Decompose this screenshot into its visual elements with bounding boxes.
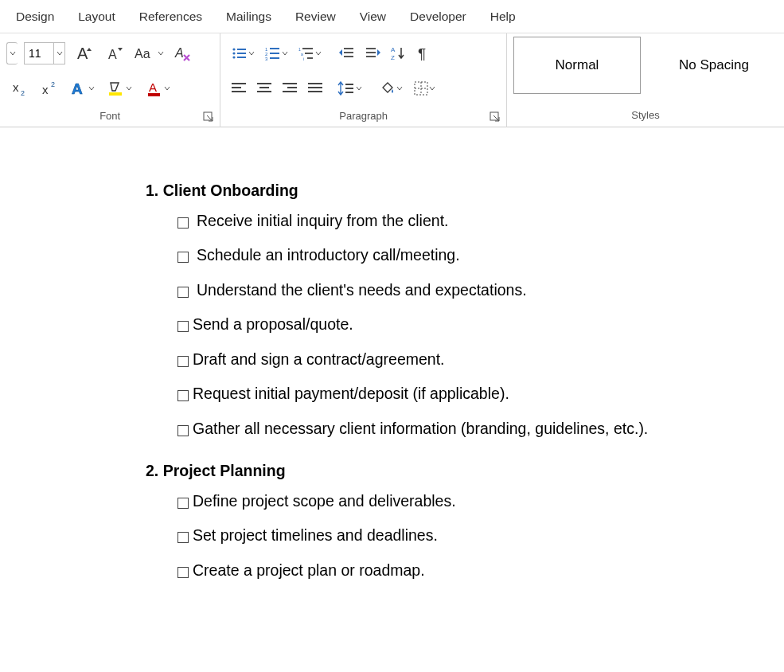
svg-rect-34 [344,56,353,57]
tab-layout[interactable]: Layout [67,0,128,33]
svg-rect-31 [307,57,313,59]
show-paragraph-marks-button[interactable]: ¶ [412,41,435,65]
tab-help[interactable]: Help [479,0,529,33]
checkbox-icon[interactable] [177,252,189,263]
svg-text:A: A [77,45,88,62]
checkbox-icon[interactable] [177,390,189,401]
svg-rect-42 [232,87,241,88]
tab-mailings[interactable]: Mailings [215,0,284,33]
svg-rect-15 [237,49,246,50]
svg-text:A: A [391,46,396,53]
chevron-down-icon [248,50,255,57]
align-right-button[interactable] [278,76,302,100]
svg-text:A: A [149,80,157,94]
dialog-launcher-icon [203,111,214,123]
styles-group-label: Styles [631,109,659,121]
checkbox-icon[interactable] [177,567,189,578]
tab-developer[interactable]: Developer [399,0,479,33]
line-spacing-button[interactable] [333,76,365,100]
ribbon: 11 A A [0,33,784,127]
svg-rect-44 [257,83,271,84]
svg-rect-10 [109,92,122,96]
line-spacing-icon [337,81,355,96]
checkbox-icon[interactable] [177,217,189,229]
tab-references[interactable]: References [128,0,215,33]
checkbox-icon[interactable] [177,321,189,332]
tab-design[interactable]: Design [5,0,67,33]
svg-rect-46 [257,91,271,92]
paragraph-dialog-launcher[interactable] [488,110,501,123]
checklist-item: Draft and sign a contract/agreement. [177,352,784,368]
borders-button[interactable] [408,76,440,100]
numbering-button[interactable]: 1 2 3 [260,41,292,65]
style-normal[interactable]: Normal [513,37,641,94]
font-group: 11 A A [0,33,220,127]
shading-button[interactable] [375,76,407,100]
checklist-item: Define project scope and deliverables. [177,494,784,510]
style-no-spacing[interactable]: No Spacing [650,37,778,94]
font-color-icon: A [146,80,163,97]
decrease-indent-icon [339,46,355,61]
checklist-item: Understand the client's needs and expect… [177,283,784,299]
multilevel-list-icon: 1 a i [298,46,314,61]
chevron-down-icon [164,85,170,92]
bullets-button[interactable] [227,41,259,65]
svg-rect-37 [366,56,376,57]
svg-rect-48 [287,87,297,88]
chevron-down-icon [158,50,164,57]
chevron-down-icon [315,50,322,57]
section-heading: 2. Project Planning [146,463,784,479]
svg-rect-33 [344,52,353,53]
shrink-font-icon: A [104,45,123,62]
svg-rect-51 [308,87,322,88]
paragraph-group: 1 2 3 1 a i [220,33,506,127]
document-page[interactable]: 1. Client Onboarding Receive initial inq… [32,127,784,672]
svg-rect-21 [270,48,279,49]
font-color-button[interactable]: A [142,76,174,100]
font-size-input[interactable]: 11 [24,42,65,64]
svg-rect-53 [345,84,353,85]
shrink-font-button[interactable]: A [102,41,126,65]
checkbox-icon[interactable] [177,356,189,367]
subscript-button[interactable]: x 2 [6,76,30,100]
align-center-button[interactable] [252,76,276,100]
multilevel-list-button[interactable]: 1 a i [294,41,326,65]
svg-text:2: 2 [21,89,25,97]
font-dialog-launcher[interactable] [201,110,215,123]
font-group-label: Font [99,110,120,122]
highlight-button[interactable] [103,76,135,100]
chevron-down-icon [126,85,132,92]
tab-review[interactable]: Review [284,0,349,33]
checkbox-icon[interactable] [177,498,189,509]
change-case-button[interactable]: Aa [132,41,164,65]
sort-button[interactable]: A Z [386,41,410,65]
svg-rect-19 [237,57,246,58]
align-left-button[interactable] [227,76,251,100]
checklist-item: Gather all necessary client information … [177,421,784,437]
svg-text:Aa: Aa [135,47,150,61]
dialog-launcher-icon [490,111,501,123]
font-name-dropdown[interactable] [6,42,18,64]
checklist-item: Create a project plan or roadmap. [177,563,784,579]
tab-view[interactable]: View [349,0,399,33]
grow-font-button[interactable]: A [72,41,96,65]
svg-rect-47 [283,83,297,84]
checkbox-icon[interactable] [177,287,189,298]
svg-text:Z: Z [391,54,395,61]
increase-indent-button[interactable] [361,41,384,65]
svg-text:2: 2 [51,80,55,88]
subscript-icon: x 2 [10,80,27,97]
justify-button[interactable] [303,76,327,100]
style-label: Normal [556,57,599,73]
svg-rect-55 [345,92,353,93]
clear-formatting-button[interactable]: A [170,41,194,65]
text-effects-button[interactable]: A [67,76,97,100]
section-heading: 1. Client Onboarding [146,183,784,199]
superscript-button[interactable]: x 2 [37,76,60,100]
svg-rect-25 [270,57,279,59]
checkbox-icon[interactable] [177,532,189,543]
svg-rect-35 [366,48,376,49]
checkbox-icon[interactable] [177,425,189,436]
font-size-dropdown[interactable] [53,43,64,64]
decrease-indent-button[interactable] [335,41,359,65]
